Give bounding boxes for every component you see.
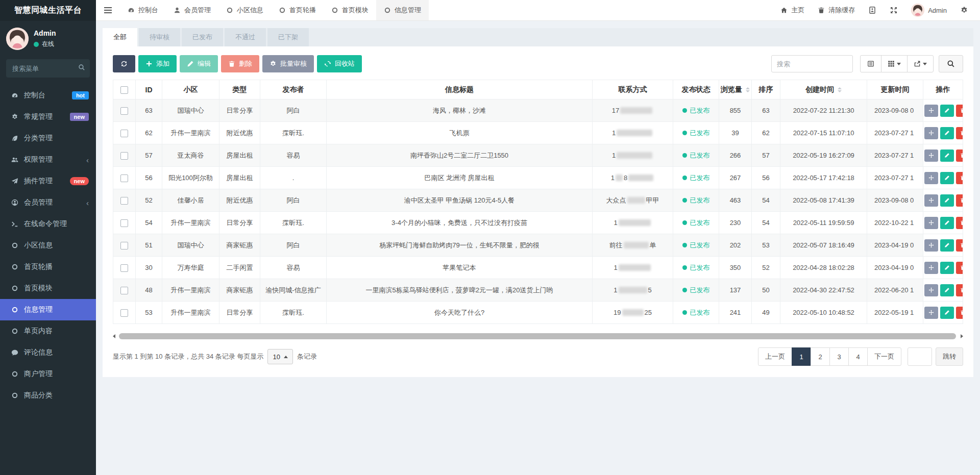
sidebar-item-单页内容[interactable]: 单页内容 [0,320,96,342]
topnav-item-首页轮播[interactable]: 首页轮播 [271,0,324,20]
next-page-button[interactable]: 下一页 [867,347,901,366]
sidebar-item-常规管理[interactable]: 常规管理new [0,106,96,128]
row-edit-button[interactable] [940,262,954,274]
topbar-user[interactable]: Admin [904,0,953,20]
row-move-button[interactable] [924,127,938,139]
scroll-left-icon[interactable] [113,334,115,338]
row-edit-button[interactable] [940,284,954,296]
row-move-button[interactable] [924,262,938,274]
sidebar-item-插件管理[interactable]: 插件管理new [0,170,96,192]
page-button-2[interactable]: 2 [811,347,830,366]
tab-已发布[interactable]: 已发布 [182,28,223,46]
row-delete-button[interactable] [956,307,963,319]
tab-已下架[interactable]: 已下架 [267,28,309,46]
row-edit-button[interactable] [940,239,954,252]
refresh-button[interactable] [113,55,135,72]
docs-button[interactable] [862,0,883,20]
row-delete-button[interactable] [956,217,963,229]
row-checkbox[interactable] [120,197,128,205]
page-button-1[interactable]: 1 [792,347,811,366]
row-move-button[interactable] [924,194,938,207]
topnav-item-控制台[interactable]: 控制台 [120,0,166,20]
sidebar-item-商品分类[interactable]: 商品分类 [0,385,96,406]
row-delete-button[interactable] [956,239,963,252]
row-move-button[interactable] [924,105,938,117]
row-move-button[interactable] [924,239,938,252]
page-button-4[interactable]: 4 [848,347,868,366]
row-checkbox[interactable] [120,219,128,227]
home-link[interactable]: 主页 [774,0,811,20]
row-delete-button[interactable] [956,105,963,117]
row-checkbox[interactable] [120,152,128,160]
sidebar-item-首页模块[interactable]: 首页模块 [0,278,96,299]
sidebar-item-信息管理[interactable]: 信息管理 [0,299,96,320]
user-avatar[interactable] [6,28,29,50]
clear-cache-button[interactable]: 清除缓存 [811,0,862,20]
topnav-item-信息管理[interactable]: 信息管理 [376,0,429,20]
per-page-select[interactable]: 10 [267,349,292,364]
row-delete-button[interactable] [956,127,963,139]
edit-button[interactable]: 编辑 [180,55,218,72]
row-edit-button[interactable] [940,194,954,207]
row-checkbox[interactable] [120,309,128,317]
row-move-button[interactable] [924,217,938,229]
topnav-item-首页模块[interactable]: 首页模块 [324,0,376,20]
sidebar-item-首页轮播[interactable]: 首页轮播 [0,256,96,278]
row-delete-button[interactable] [956,194,963,207]
row-checkbox[interactable] [120,107,128,115]
tab-全部[interactable]: 全部 [103,28,137,46]
row-checkbox[interactable] [120,264,128,272]
sidebar-item-分类管理[interactable]: 分类管理 [0,128,96,149]
columns-button[interactable] [881,55,908,72]
settings-button[interactable] [953,0,975,20]
topnav-item-会员管理[interactable]: 会员管理 [166,0,218,20]
prev-page-button[interactable]: 上一页 [758,347,792,366]
search-button[interactable] [939,55,963,72]
row-edit-button[interactable] [940,127,954,139]
row-edit-button[interactable] [940,307,954,319]
row-delete-button[interactable] [956,172,963,184]
row-edit-button[interactable] [940,105,954,117]
sidebar-item-控制台[interactable]: 控制台hot [0,85,96,106]
add-button[interactable]: 添加 [138,55,177,72]
row-edit-button[interactable] [940,217,954,229]
row-delete-button[interactable] [956,284,963,296]
sidebar-item-权限管理[interactable]: 权限管理‹ [0,149,96,170]
row-checkbox[interactable] [120,242,128,249]
table-search-input[interactable] [771,55,853,72]
sidebar-search-input[interactable] [6,59,90,78]
row-delete-button[interactable] [956,149,963,162]
sidebar-item-会员管理[interactable]: 会员管理‹ [0,192,96,213]
batch-audit-button[interactable]: 批量审核 [262,55,314,72]
sidebar-item-在线命令管理[interactable]: 在线命令管理 [0,213,96,235]
row-checkbox[interactable] [120,130,128,137]
tab-不通过[interactable]: 不通过 [225,28,266,46]
card-view-button[interactable] [860,55,881,72]
select-all-checkbox[interactable] [120,86,128,94]
row-edit-button[interactable] [940,149,954,162]
recycle-bin-button[interactable]: 回收站 [317,55,362,72]
page-button-3[interactable]: 3 [829,347,849,366]
row-move-button[interactable] [924,307,938,319]
row-checkbox[interactable] [120,287,128,294]
fullscreen-button[interactable] [883,0,904,20]
sidebar-item-商户管理[interactable]: 商户管理 [0,363,96,385]
scrollbar-thumb[interactable] [119,333,956,339]
scroll-right-icon[interactable] [961,334,963,338]
sidebar-item-小区信息[interactable]: 小区信息 [0,235,96,256]
sidebar-toggle-button[interactable] [96,0,120,20]
row-edit-button[interactable] [940,172,954,184]
topnav-item-小区信息[interactable]: 小区信息 [218,0,271,20]
jump-button[interactable]: 跳转 [936,347,963,366]
row-move-button[interactable] [924,149,938,162]
jump-page-input[interactable] [908,347,932,366]
row-move-button[interactable] [924,284,938,296]
delete-button[interactable]: 删除 [221,55,259,72]
row-checkbox[interactable] [120,174,128,182]
column-header-created[interactable]: 创建时间 [780,80,867,99]
row-delete-button[interactable] [956,262,963,274]
tab-待审核[interactable]: 待审核 [139,28,180,46]
column-header-views[interactable]: 浏览量 [719,80,752,99]
row-move-button[interactable] [924,172,938,184]
sidebar-item-评论信息[interactable]: 评论信息 [0,342,96,363]
